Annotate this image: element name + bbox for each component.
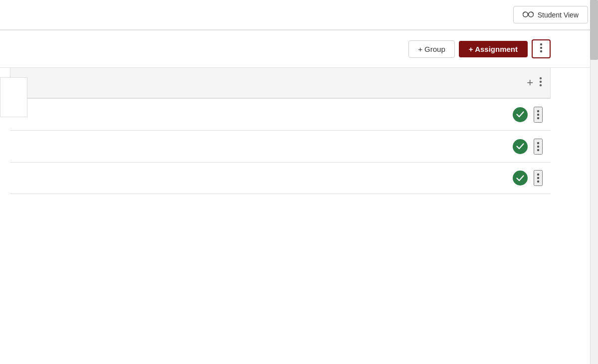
svg-point-2	[540, 43, 542, 45]
svg-point-3	[540, 46, 542, 48]
svg-point-6	[540, 81, 542, 83]
row-2-more-button[interactable]	[534, 139, 543, 155]
row-3-more-button[interactable]	[534, 170, 543, 186]
check-icon-3	[513, 171, 528, 185]
svg-point-8	[537, 110, 539, 112]
group-more-button[interactable]	[539, 77, 542, 89]
assignment-row	[10, 98, 551, 130]
group-header: +	[10, 68, 550, 98]
left-panel	[0, 77, 27, 117]
group-add-icon[interactable]: +	[527, 76, 533, 89]
assignment-row	[10, 162, 551, 194]
svg-point-15	[537, 177, 539, 179]
assignment-label: + Assignment	[469, 45, 518, 53]
content-area: +	[0, 68, 598, 194]
top-bar: Student View	[0, 0, 598, 30]
assignment-row	[10, 130, 551, 162]
page-container: Student View + Group + Assignment	[0, 0, 598, 364]
assignment-button[interactable]: + Assignment	[459, 41, 528, 57]
svg-point-9	[537, 113, 539, 115]
svg-point-13	[537, 149, 539, 151]
more-dots-icon	[540, 43, 543, 55]
svg-point-10	[537, 117, 539, 119]
student-view-label: Student View	[538, 11, 579, 19]
svg-point-7	[540, 84, 542, 86]
check-icon-2	[513, 139, 528, 154]
more-options-button[interactable]	[532, 39, 551, 58]
svg-point-14	[537, 174, 539, 176]
glasses-icon	[523, 10, 534, 19]
svg-point-12	[537, 145, 539, 147]
scrollbar-track	[590, 0, 598, 364]
svg-point-11	[537, 142, 539, 144]
group-section: +	[10, 68, 551, 98]
student-view-button[interactable]: Student View	[513, 6, 588, 23]
row-1-more-button[interactable]	[534, 107, 543, 123]
scrollbar-thumb[interactable]	[590, 0, 598, 60]
action-bar: + Group + Assignment	[0, 30, 598, 68]
group-button[interactable]: + Group	[408, 40, 455, 58]
check-icon-1	[513, 107, 528, 122]
svg-point-16	[537, 181, 539, 182]
svg-point-5	[540, 77, 542, 79]
svg-point-4	[540, 50, 542, 52]
group-label: + Group	[418, 45, 445, 53]
